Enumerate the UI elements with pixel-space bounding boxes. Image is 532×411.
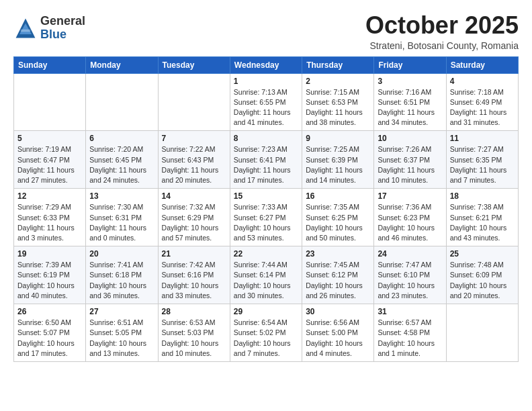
day-info: Sunrise: 7:27 AM Sunset: 6:35 PM Dayligh… [450,144,515,185]
calendar-week-4: 26Sunrise: 6:50 AM Sunset: 5:07 PM Dayli… [14,304,519,362]
day-number: 16 [306,191,370,201]
page: General Blue October 2025 Strateni, Boto… [0,0,532,374]
calendar-cell: 3Sunrise: 7:16 AM Sunset: 6:51 PM Daylig… [374,73,446,131]
day-info: Sunrise: 7:15 AM Sunset: 6:53 PM Dayligh… [306,87,370,128]
calendar-cell: 18Sunrise: 7:38 AM Sunset: 6:21 PM Dayli… [446,189,518,246]
day-number: 7 [162,134,226,143]
day-info: Sunrise: 7:22 AM Sunset: 6:43 PM Dayligh… [162,144,226,185]
calendar-cell: 17Sunrise: 7:36 AM Sunset: 6:23 PM Dayli… [374,189,446,246]
day-info: Sunrise: 7:25 AM Sunset: 6:39 PM Dayligh… [306,144,370,185]
day-number: 29 [234,307,298,316]
calendar-cell: 16Sunrise: 7:35 AM Sunset: 6:25 PM Dayli… [302,189,374,246]
day-number: 12 [17,191,82,201]
day-number: 31 [378,307,442,316]
calendar-cell [14,73,86,131]
day-number: 25 [450,249,515,259]
logo-icon [13,16,38,40]
day-info: Sunrise: 6:51 AM Sunset: 5:05 PM Dayligh… [89,318,154,359]
day-info: Sunrise: 7:13 AM Sunset: 6:55 PM Dayligh… [234,87,298,128]
day-info: Sunrise: 7:26 AM Sunset: 6:37 PM Dayligh… [378,144,442,185]
col-wednesday: Wednesday [230,56,302,73]
day-info: Sunrise: 7:39 AM Sunset: 6:19 PM Dayligh… [17,260,82,301]
location-subtitle: Strateni, Botosani County, Romania [365,40,519,51]
day-number: 5 [17,134,82,143]
day-number: 20 [89,249,154,259]
day-info: Sunrise: 7:23 AM Sunset: 6:41 PM Dayligh… [234,144,298,185]
calendar-cell [446,304,518,362]
day-info: Sunrise: 7:47 AM Sunset: 6:10 PM Dayligh… [378,260,442,301]
day-number: 27 [89,307,154,316]
day-number: 30 [306,307,370,316]
calendar-cell: 15Sunrise: 7:33 AM Sunset: 6:27 PM Dayli… [230,189,302,246]
calendar-cell: 30Sunrise: 6:56 AM Sunset: 5:00 PM Dayli… [302,304,374,362]
day-number: 3 [378,77,442,86]
calendar-cell: 7Sunrise: 7:22 AM Sunset: 6:43 PM Daylig… [158,131,230,189]
title-block: October 2025 Strateni, Botosani County, … [365,12,519,51]
calendar-header: Sunday Monday Tuesday Wednesday Thursday… [14,56,519,73]
calendar-header-row: Sunday Monday Tuesday Wednesday Thursday… [14,56,519,73]
day-number: 28 [162,307,226,316]
day-number: 8 [234,134,298,143]
calendar-cell: 12Sunrise: 7:29 AM Sunset: 6:33 PM Dayli… [14,189,86,246]
calendar-cell: 26Sunrise: 6:50 AM Sunset: 5:07 PM Dayli… [14,304,86,362]
day-info: Sunrise: 7:33 AM Sunset: 6:27 PM Dayligh… [234,202,298,243]
day-number: 2 [306,77,370,86]
col-tuesday: Tuesday [158,56,230,73]
day-number: 24 [378,249,442,259]
day-number: 15 [234,191,298,201]
calendar-cell: 25Sunrise: 7:48 AM Sunset: 6:09 PM Dayli… [446,246,518,304]
day-number: 18 [450,191,515,201]
calendar-cell: 28Sunrise: 6:53 AM Sunset: 5:03 PM Dayli… [158,304,230,362]
calendar-cell: 24Sunrise: 7:47 AM Sunset: 6:10 PM Dayli… [374,246,446,304]
day-number: 10 [378,134,442,143]
calendar-cell: 27Sunrise: 6:51 AM Sunset: 5:05 PM Dayli… [86,304,158,362]
calendar-cell: 10Sunrise: 7:26 AM Sunset: 6:37 PM Dayli… [374,131,446,189]
day-number: 22 [234,249,298,259]
calendar-week-2: 12Sunrise: 7:29 AM Sunset: 6:33 PM Dayli… [14,189,519,246]
calendar-cell: 8Sunrise: 7:23 AM Sunset: 6:41 PM Daylig… [230,131,302,189]
day-number: 14 [162,191,226,201]
day-info: Sunrise: 7:30 AM Sunset: 6:31 PM Dayligh… [89,202,154,243]
logo-general: General [40,15,85,28]
svg-rect-2 [21,30,30,32]
day-info: Sunrise: 7:35 AM Sunset: 6:25 PM Dayligh… [306,202,370,243]
day-number: 23 [306,249,370,259]
calendar-cell [86,73,158,131]
calendar-week-1: 5Sunrise: 7:19 AM Sunset: 6:47 PM Daylig… [14,131,519,189]
day-info: Sunrise: 7:19 AM Sunset: 6:47 PM Dayligh… [17,144,82,185]
day-info: Sunrise: 6:53 AM Sunset: 5:03 PM Dayligh… [162,318,226,359]
day-info: Sunrise: 7:36 AM Sunset: 6:23 PM Dayligh… [378,202,442,243]
calendar-table: Sunday Monday Tuesday Wednesday Thursday… [13,56,519,362]
calendar-cell: 11Sunrise: 7:27 AM Sunset: 6:35 PM Dayli… [446,131,518,189]
header: General Blue October 2025 Strateni, Boto… [13,12,519,51]
logo-blue: Blue [40,28,85,42]
calendar-cell: 23Sunrise: 7:45 AM Sunset: 6:12 PM Dayli… [302,246,374,304]
day-number: 26 [17,307,82,316]
calendar-cell: 21Sunrise: 7:42 AM Sunset: 6:16 PM Dayli… [158,246,230,304]
calendar-cell: 4Sunrise: 7:18 AM Sunset: 6:49 PM Daylig… [446,73,518,131]
calendar-cell: 22Sunrise: 7:44 AM Sunset: 6:14 PM Dayli… [230,246,302,304]
calendar-cell: 9Sunrise: 7:25 AM Sunset: 6:39 PM Daylig… [302,131,374,189]
day-info: Sunrise: 6:57 AM Sunset: 4:58 PM Dayligh… [378,318,442,359]
day-number: 6 [89,134,154,143]
day-info: Sunrise: 7:41 AM Sunset: 6:18 PM Dayligh… [89,260,154,301]
day-number: 21 [162,249,226,259]
day-number: 4 [450,77,515,86]
day-number: 9 [306,134,370,143]
calendar-cell: 31Sunrise: 6:57 AM Sunset: 4:58 PM Dayli… [374,304,446,362]
calendar-cell: 14Sunrise: 7:32 AM Sunset: 6:29 PM Dayli… [158,189,230,246]
day-info: Sunrise: 7:32 AM Sunset: 6:29 PM Dayligh… [162,202,226,243]
day-info: Sunrise: 6:54 AM Sunset: 5:02 PM Dayligh… [234,318,298,359]
day-info: Sunrise: 7:38 AM Sunset: 6:21 PM Dayligh… [450,202,515,243]
logo-text: General Blue [40,15,85,42]
day-info: Sunrise: 6:56 AM Sunset: 5:00 PM Dayligh… [306,318,370,359]
day-info: Sunrise: 7:48 AM Sunset: 6:09 PM Dayligh… [450,260,515,301]
col-friday: Friday [374,56,446,73]
calendar-cell: 1Sunrise: 7:13 AM Sunset: 6:55 PM Daylig… [230,73,302,131]
day-number: 17 [378,191,442,201]
calendar-cell: 19Sunrise: 7:39 AM Sunset: 6:19 PM Dayli… [14,246,86,304]
day-number: 11 [450,134,515,143]
day-info: Sunrise: 7:16 AM Sunset: 6:51 PM Dayligh… [378,87,442,128]
col-sunday: Sunday [14,56,86,73]
calendar-week-3: 19Sunrise: 7:39 AM Sunset: 6:19 PM Dayli… [14,246,519,304]
